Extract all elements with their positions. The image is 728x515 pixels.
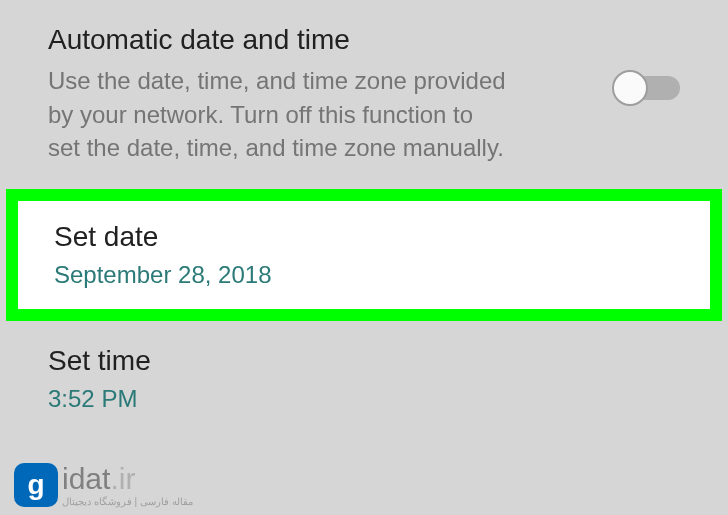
watermark-icon: g [14, 463, 58, 507]
setting-description: Use the date, time, and time zone provid… [48, 64, 508, 165]
setting-set-date[interactable]: Set date September 28, 2018 [18, 201, 710, 309]
settings-list: Automatic date and time Use the date, ti… [0, 0, 728, 437]
setting-value: September 28, 2018 [54, 261, 674, 289]
setting-title: Automatic date and time [48, 24, 680, 56]
setting-auto-datetime[interactable]: Automatic date and time Use the date, ti… [0, 0, 728, 189]
setting-title: Set time [48, 345, 680, 377]
watermark-icon-letter: g [27, 469, 44, 501]
watermark: g idat.ir مقاله فارسی | فروشگاه دیجیتال [14, 462, 193, 507]
toggle-thumb [612, 70, 648, 106]
watermark-brand: idat.ir [62, 462, 193, 496]
auto-datetime-toggle[interactable] [612, 70, 680, 106]
watermark-text: idat.ir مقاله فارسی | فروشگاه دیجیتال [62, 462, 193, 507]
setting-title: Set date [54, 221, 674, 253]
setting-set-time[interactable]: Set time 3:52 PM [0, 321, 728, 437]
highlight-box: Set date September 28, 2018 [6, 189, 722, 321]
watermark-tagline: مقاله فارسی | فروشگاه دیجیتال [62, 496, 193, 507]
setting-value: 3:52 PM [48, 385, 680, 413]
